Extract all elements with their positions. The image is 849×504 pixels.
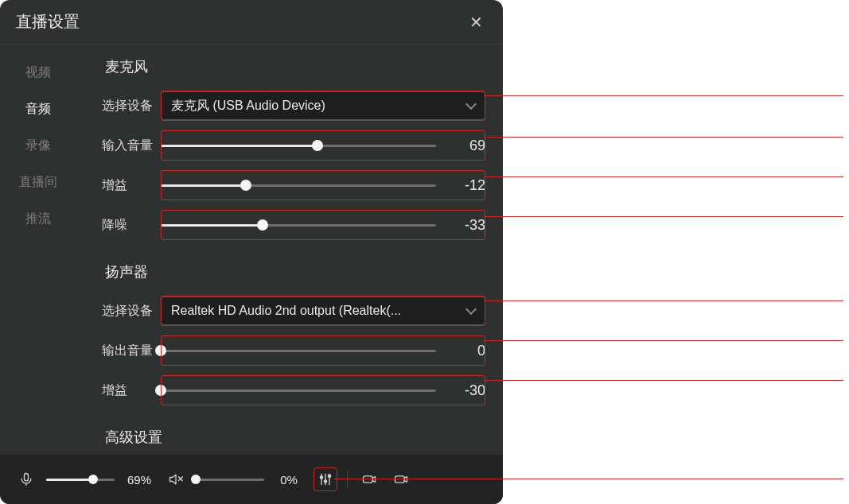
- body: 视频 音频 录像 直播间 推流 麦克风 选择设备 麦克风 (USB Audio …: [0, 45, 503, 455]
- sidebar-item-record[interactable]: 录像: [0, 127, 76, 164]
- slider-thumb[interactable]: [240, 180, 251, 191]
- audio-settings-icon[interactable]: [314, 467, 337, 491]
- mic-device-dropdown[interactable]: 麦克风 (USB Audio Device): [161, 91, 485, 120]
- window-title: 直播设置: [16, 11, 80, 33]
- spk-device-value: Realtek HD Audio 2nd output (Realtek(...: [171, 304, 401, 318]
- svg-point-7: [324, 480, 326, 483]
- mic-device-label: 选择设备: [94, 98, 161, 114]
- svg-point-8: [328, 475, 330, 477]
- spk-gain-label: 增益: [94, 382, 161, 399]
- chevron-down-icon: [465, 304, 477, 315]
- mic-device-row: 选择设备 麦克风 (USB Audio Device): [94, 86, 485, 126]
- spk-out-row: 输出音量 0: [94, 331, 485, 370]
- slider-thumb[interactable]: [155, 385, 166, 396]
- bar-spk-percent: 0%: [272, 473, 306, 487]
- speaker-muted-icon[interactable]: [164, 467, 188, 491]
- slider-thumb[interactable]: [191, 475, 201, 484]
- slider-thumb[interactable]: [88, 475, 98, 484]
- sidebar-item-video[interactable]: 视频: [0, 54, 76, 91]
- spk-out-slider[interactable]: [161, 350, 436, 352]
- spk-gain-slider[interactable]: [161, 390, 436, 392]
- sidebar-item-stream[interactable]: 推流: [0, 200, 76, 237]
- mic-device-value: 麦克风 (USB Audio Device): [171, 98, 325, 114]
- bar-mic-percent: 69%: [123, 473, 156, 487]
- mic-nr-value: -33: [436, 217, 485, 234]
- spk-gain-value: -30: [436, 382, 485, 399]
- spk-device-dropdown[interactable]: Realtek HD Audio 2nd output (Realtek(...: [161, 297, 485, 325]
- settings-window: 直播设置 ✕ 视频 音频 录像 直播间 推流 麦克风 选择设备 麦克风 (USB…: [0, 0, 503, 504]
- spk-out-label: 输出音量: [94, 343, 161, 359]
- spk-out-value: 0: [436, 343, 485, 359]
- spk-device-label: 选择设备: [94, 303, 161, 320]
- spk-gain-row: 增益 -30: [94, 370, 485, 410]
- slider-thumb[interactable]: [312, 140, 323, 151]
- camera-icon[interactable]: [389, 467, 413, 491]
- mic-input-value: 69: [436, 138, 485, 154]
- mic-icon[interactable]: [14, 467, 38, 491]
- sidebar: 视频 音频 录像 直播间 推流: [0, 45, 76, 455]
- mic-gain-label: 增益: [94, 177, 161, 194]
- bar-mic-slider[interactable]: [46, 479, 115, 481]
- mic-gain-row: 增益 -12: [94, 165, 485, 205]
- slider-fill: [161, 224, 263, 227]
- bar-spk-slider[interactable]: [196, 479, 264, 481]
- sidebar-item-audio[interactable]: 音频: [0, 91, 76, 127]
- mic-section-title: 麦克风: [105, 57, 485, 76]
- separator: [347, 471, 348, 488]
- close-icon[interactable]: ✕: [465, 11, 487, 33]
- mic-input-label: 输入音量: [94, 138, 161, 154]
- mic-nr-slider[interactable]: [161, 224, 436, 227]
- slider-fill: [161, 145, 317, 147]
- mic-nr-row: 降噪 -33: [94, 205, 485, 245]
- titlebar: 直播设置 ✕: [0, 0, 503, 45]
- spk-section-title: 扬声器: [105, 262, 485, 281]
- mic-nr-label: 降噪: [94, 217, 161, 234]
- slider-fill: [46, 479, 93, 481]
- camera-flip-icon[interactable]: [357, 467, 381, 491]
- mic-input-row: 输入音量 69: [94, 126, 485, 165]
- svg-point-6: [320, 476, 322, 479]
- slider-fill: [161, 184, 246, 187]
- sidebar-item-room[interactable]: 直播间: [0, 164, 76, 200]
- bottom-bar: 69% 0%: [0, 455, 503, 504]
- chevron-down-icon: [465, 99, 477, 110]
- content: 麦克风 选择设备 麦克风 (USB Audio Device) 输入音量: [76, 45, 503, 455]
- spk-device-row: 选择设备 Realtek HD Audio 2nd output (Realte…: [94, 291, 485, 331]
- mic-gain-value: -12: [436, 177, 485, 194]
- mic-input-slider[interactable]: [161, 145, 436, 147]
- mic-gain-slider[interactable]: [161, 184, 436, 187]
- slider-thumb[interactable]: [257, 219, 268, 231]
- svg-rect-0: [25, 474, 29, 481]
- svg-rect-10: [395, 476, 405, 483]
- slider-thumb[interactable]: [155, 345, 166, 356]
- svg-rect-9: [364, 476, 373, 483]
- advanced-section-title: 高级设置: [105, 428, 485, 447]
